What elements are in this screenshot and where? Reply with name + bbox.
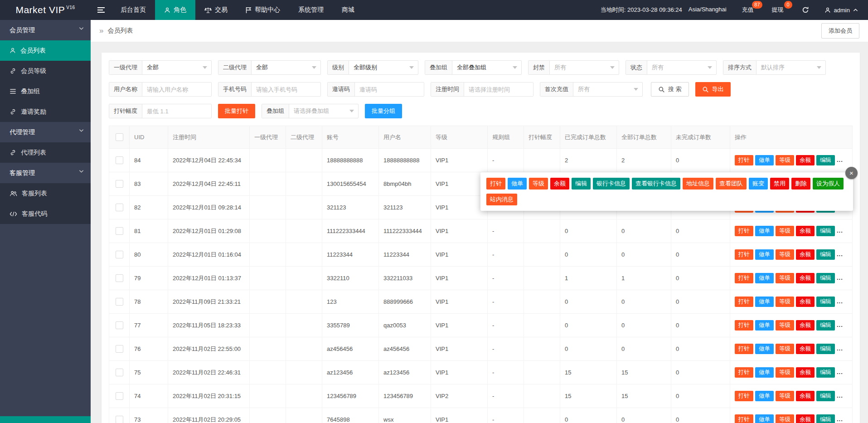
- add-member-button[interactable]: 添加会员: [821, 23, 859, 39]
- row-action-button[interactable]: 打针: [735, 414, 753, 423]
- row-checkbox[interactable]: [116, 251, 123, 258]
- batch-inject-button[interactable]: 批量打针: [218, 104, 255, 118]
- filter-input-4[interactable]: [464, 83, 533, 96]
- more-actions-button[interactable]: ...: [837, 321, 843, 328]
- refresh-button[interactable]: [802, 6, 809, 14]
- row-checkbox[interactable]: [116, 392, 123, 400]
- row-action-button[interactable]: 等级: [776, 226, 794, 236]
- row-action-button[interactable]: 等级: [776, 249, 794, 260]
- popup-action-button[interactable]: 禁用: [770, 178, 789, 190]
- close-icon[interactable]: ×: [845, 167, 858, 179]
- sidebar-item-9[interactable]: 客服列表: [0, 183, 91, 204]
- row-action-button[interactable]: 等级: [776, 273, 794, 283]
- first-recharge-select[interactable]: 所有: [573, 83, 642, 96]
- row-action-button[interactable]: 编辑: [816, 155, 835, 165]
- popup-action-button[interactable]: 删除: [791, 178, 810, 190]
- popup-action-button[interactable]: 打针: [486, 178, 505, 190]
- more-actions-button[interactable]: ...: [837, 227, 843, 234]
- row-action-button[interactable]: 打针: [735, 320, 753, 331]
- sidebar-item-5[interactable]: 邀请奖励: [0, 102, 91, 122]
- popup-action-button[interactable]: 等级: [529, 178, 548, 190]
- row-action-button[interactable]: 编辑: [816, 273, 835, 283]
- nav-item-4[interactable]: 帮助中心: [237, 0, 289, 20]
- sidebar-item-10[interactable]: 客服代码: [0, 204, 91, 224]
- row-action-button[interactable]: 余额: [796, 226, 815, 236]
- row-action-button[interactable]: 编辑: [816, 320, 835, 331]
- row-action-button[interactable]: 做单: [755, 249, 774, 260]
- inject-range-input[interactable]: [142, 104, 211, 118]
- popup-action-button[interactable]: 查看银行卡信息: [632, 178, 680, 190]
- row-action-button[interactable]: 编辑: [816, 367, 835, 378]
- admin-menu[interactable]: admin: [824, 7, 858, 14]
- row-checkbox[interactable]: [116, 345, 123, 353]
- row-action-button[interactable]: 余额: [796, 155, 815, 165]
- search-button[interactable]: 搜 索: [651, 82, 689, 97]
- row-action-button[interactable]: 做单: [755, 320, 774, 331]
- row-action-button[interactable]: 等级: [776, 344, 794, 354]
- hamburger-icon[interactable]: [91, 0, 112, 20]
- sidebar-item-3[interactable]: 会员等级: [0, 61, 91, 81]
- row-action-button[interactable]: 做单: [755, 344, 774, 354]
- row-action-button[interactable]: 等级: [776, 155, 794, 165]
- row-action-button[interactable]: 做单: [755, 297, 774, 307]
- nav-item-1[interactable]: 后台首页: [112, 0, 155, 20]
- row-action-button[interactable]: 做单: [755, 155, 774, 165]
- row-action-button[interactable]: 做单: [755, 391, 774, 401]
- nav-item-5[interactable]: 系统管理: [289, 0, 333, 20]
- row-action-button[interactable]: 余额: [796, 414, 815, 423]
- row-action-button[interactable]: 做单: [755, 226, 774, 236]
- row-action-button[interactable]: 打针: [735, 391, 753, 401]
- row-checkbox[interactable]: [116, 180, 123, 188]
- sidebar-group-8[interactable]: 客服管理: [0, 163, 91, 183]
- sidebar-item-2[interactable]: 会员列表: [0, 40, 91, 61]
- sidebar-item-7[interactable]: 代理列表: [0, 142, 91, 163]
- more-actions-button[interactable]: ...: [837, 274, 843, 281]
- row-action-button[interactable]: 余额: [796, 273, 815, 283]
- row-action-button[interactable]: 编辑: [816, 414, 835, 423]
- select-all-checkbox[interactable]: [116, 133, 123, 141]
- nav-item-6[interactable]: 商城: [333, 0, 364, 20]
- row-action-button[interactable]: 等级: [776, 297, 794, 307]
- more-actions-button[interactable]: ...: [837, 416, 843, 423]
- filter-input-2[interactable]: [252, 83, 320, 96]
- row-action-button[interactable]: 打针: [735, 367, 753, 378]
- filter-input-3[interactable]: [355, 83, 424, 96]
- popup-action-button[interactable]: 编辑: [572, 178, 591, 190]
- more-actions-button[interactable]: ...: [837, 369, 843, 375]
- row-action-button[interactable]: 等级: [776, 414, 794, 423]
- row-action-button[interactable]: 编辑: [816, 297, 835, 307]
- row-action-button[interactable]: 余额: [796, 344, 815, 354]
- row-action-button[interactable]: 等级: [776, 367, 794, 378]
- row-action-button[interactable]: 编辑: [816, 391, 835, 401]
- popup-action-button[interactable]: 站内消息: [486, 194, 517, 205]
- row-action-button[interactable]: 编辑: [816, 344, 835, 354]
- row-action-button[interactable]: 打针: [735, 273, 753, 283]
- row-action-button[interactable]: 打针: [735, 226, 753, 236]
- row-action-button[interactable]: 余额: [796, 320, 815, 331]
- row-action-button[interactable]: 余额: [796, 391, 815, 401]
- nav-item-2[interactable]: 角色: [155, 0, 195, 20]
- row-action-button[interactable]: 打针: [735, 249, 753, 260]
- row-action-button[interactable]: 等级: [776, 320, 794, 331]
- recharge-link[interactable]: 充值 87: [742, 6, 754, 14]
- row-action-button[interactable]: 打针: [735, 155, 753, 165]
- filter-select[interactable]: 全部: [142, 61, 211, 74]
- row-action-button[interactable]: 等级: [776, 391, 794, 401]
- popup-action-button[interactable]: 余额: [550, 178, 569, 190]
- row-checkbox[interactable]: [116, 227, 123, 235]
- more-actions-button[interactable]: ...: [837, 156, 843, 163]
- batch-group-button[interactable]: 批量分组: [365, 104, 402, 118]
- row-action-button[interactable]: 做单: [755, 367, 774, 378]
- row-action-button[interactable]: 做单: [755, 414, 774, 423]
- row-checkbox[interactable]: [116, 156, 123, 164]
- popup-action-button[interactable]: 设为假人: [813, 178, 844, 190]
- stack-group-select[interactable]: 请选择叠加组: [289, 104, 358, 118]
- row-checkbox[interactable]: [116, 204, 123, 211]
- more-actions-button[interactable]: ...: [837, 392, 843, 399]
- popup-action-button[interactable]: 地址信息: [683, 178, 713, 190]
- more-actions-button[interactable]: ...: [837, 251, 843, 258]
- row-action-button[interactable]: 打针: [735, 297, 753, 307]
- row-checkbox[interactable]: [116, 274, 123, 282]
- filter-select[interactable]: 默认排序: [756, 61, 825, 74]
- popup-action-button[interactable]: 银行卡信息: [593, 178, 630, 190]
